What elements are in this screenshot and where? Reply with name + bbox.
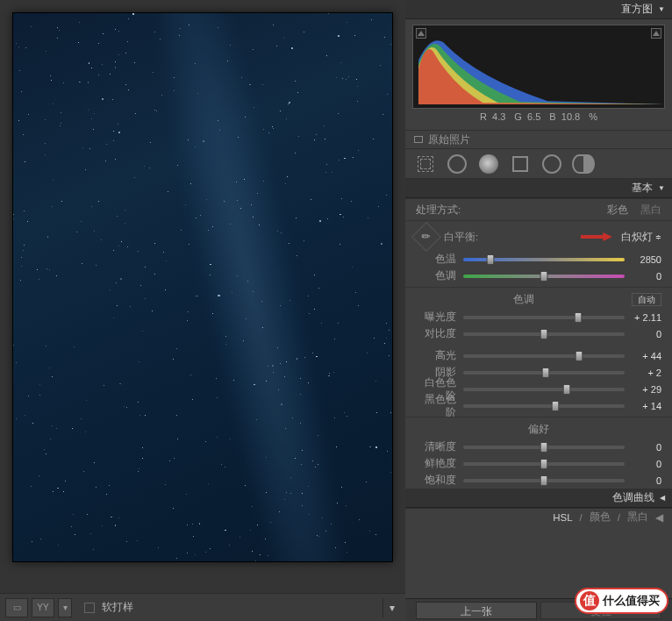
slider-knob[interactable] — [540, 329, 548, 339]
white-balance-preset-select[interactable]: 白炽灯≑ — [621, 231, 661, 244]
slider-knob[interactable] — [540, 442, 548, 453]
chevron-left-icon: ◀ — [660, 494, 665, 502]
slider-knob[interactable] — [575, 351, 583, 361]
spot-tool[interactable] — [446, 153, 468, 175]
tool-strip — [405, 149, 672, 179]
tint-slider[interactable]: 色调 0 — [405, 268, 672, 284]
presence-section-header: 偏好 — [405, 420, 672, 439]
white-balance-label: 白平衡: — [444, 231, 478, 244]
slider-knob[interactable] — [540, 271, 548, 282]
chevron-left-icon: ◀ — [655, 511, 663, 524]
view-mode-single-button[interactable]: ▭ — [5, 598, 28, 617]
preview-footer: ▭ YY ▾ 软打样 ▾ — [0, 593, 405, 621]
treatment-color-button[interactable]: 彩色 — [607, 203, 628, 217]
histogram-svg — [413, 25, 664, 108]
softproof-label: 软打样 — [102, 600, 133, 615]
histogram-panel-header[interactable]: 直方图▼ — [405, 0, 672, 19]
vibrance-slider[interactable]: 鲜艳度 0 — [405, 455, 672, 472]
preview-canvas — [12, 12, 393, 562]
highlight-clipping-indicator[interactable] — [651, 28, 661, 39]
saturation-slider[interactable]: 饱和度 0 — [405, 472, 672, 489]
view-mode-dropdown[interactable]: ▾ — [58, 598, 72, 617]
treatment-bw-button[interactable]: 黑白 — [640, 203, 661, 217]
footer-overflow-button[interactable]: ▾ — [382, 598, 400, 617]
histogram-readout: R 4.3 G 6.5 B 10.8 % — [412, 109, 665, 125]
prev-photo-button[interactable]: 上一张 — [416, 602, 537, 619]
annotation-arrow — [581, 232, 612, 241]
chevron-down-icon: ▼ — [658, 5, 665, 13]
crop-tool[interactable] — [414, 153, 437, 175]
slider-knob[interactable] — [574, 312, 582, 323]
view-mode-compare-button[interactable]: YY — [32, 598, 54, 617]
hsl-panel-header[interactable]: HSL/ 颜色/ 黑白 ◀ — [405, 508, 672, 525]
thumbs-up-icon: 值 — [580, 591, 599, 610]
contrast-slider[interactable]: 对比度 0 — [405, 325, 672, 342]
treatment-row: 处理方式: 彩色 黑白 — [405, 198, 672, 221]
slider-knob[interactable] — [540, 459, 548, 469]
tonecurve-panel-header[interactable]: 色调曲线◀ — [405, 489, 672, 508]
white-balance-row: ✎ 白平衡: 白炽灯≑ — [405, 221, 672, 251]
slider-knob[interactable] — [562, 384, 570, 395]
rectangle-icon — [414, 136, 423, 143]
original-photo-row[interactable]: 原始照片 — [405, 130, 672, 149]
shadow-clipping-indicator[interactable] — [416, 28, 426, 39]
image-preview[interactable] — [0, 0, 405, 593]
clarity-slider[interactable]: 清晰度 0 — [405, 439, 672, 455]
softproof-checkbox[interactable] — [84, 603, 95, 613]
exposure-slider[interactable]: 曝光度 + 2.11 — [405, 309, 672, 325]
blacks-slider[interactable]: 黑色色阶 + 14 — [405, 397, 672, 414]
radial-tool[interactable] — [540, 153, 563, 175]
slider-knob[interactable] — [487, 254, 495, 265]
redeye-tool[interactable] — [477, 153, 500, 175]
slider-knob[interactable] — [541, 368, 549, 378]
watermark-badge: 值 什么值得买 — [575, 588, 668, 614]
gradient-tool[interactable] — [509, 153, 532, 175]
chevron-down-icon: ▼ — [658, 184, 665, 192]
brush-tool[interactable] — [572, 153, 595, 175]
temperature-slider[interactable]: 色温 2850 — [405, 251, 672, 268]
auto-tone-button[interactable]: 自动 — [632, 293, 661, 306]
eyedropper-tool[interactable]: ✎ — [411, 222, 441, 252]
highlights-slider[interactable]: 高光 + 44 — [405, 347, 672, 364]
slider-knob[interactable] — [540, 475, 548, 486]
histogram-chart[interactable] — [412, 25, 665, 109]
slider-knob[interactable] — [551, 401, 559, 411]
basic-panel-header[interactable]: 基本▼ — [405, 179, 672, 198]
tone-section-header: 色调 自动 — [405, 290, 672, 309]
